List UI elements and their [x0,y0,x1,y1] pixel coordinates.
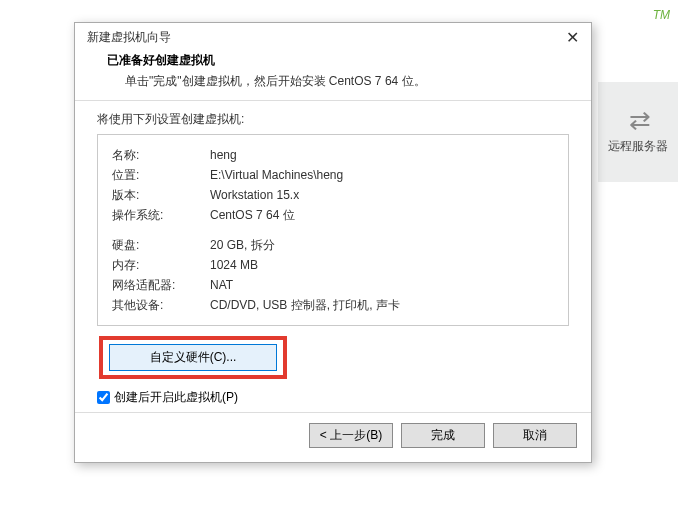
customize-hardware-button[interactable]: 自定义硬件(C)... [109,344,277,371]
cancel-button[interactable]: 取消 [493,423,577,448]
back-button[interactable]: < 上一步(B) [309,423,393,448]
memory-value: 1024 MB [210,255,258,275]
disk-label: 硬盘: [112,235,210,255]
network-value: NAT [210,275,233,295]
disk-value: 20 GB, 拆分 [210,235,275,255]
dialog-header: 已准备好创建虚拟机 单击"完成"创建虚拟机，然后开始安装 CentOS 7 64… [75,52,591,100]
use-settings-label: 将使用下列设置创建虚拟机: [97,111,569,128]
network-label: 网络适配器: [112,275,210,295]
titlebar: 新建虚拟机向导 ✕ [75,23,591,52]
header-subtitle: 单击"完成"创建虚拟机，然后开始安装 CentOS 7 64 位。 [107,73,577,90]
finish-button[interactable]: 完成 [401,423,485,448]
os-value: CentOS 7 64 位 [210,205,295,225]
new-vm-wizard-dialog: 新建虚拟机向导 ✕ 已准备好创建虚拟机 单击"完成"创建虚拟机，然后开始安装 C… [74,22,592,463]
tm-text: TM [653,8,670,22]
memory-label: 内存: [112,255,210,275]
os-label: 操作系统: [112,205,210,225]
settings-summary: 名称:heng 位置:E:\Virtual Machines\heng 版本:W… [97,134,569,326]
name-label: 名称: [112,145,210,165]
remote-server-label: 远程服务器 [608,138,668,155]
name-value: heng [210,145,237,165]
location-value: E:\Virtual Machines\heng [210,165,343,185]
location-label: 位置: [112,165,210,185]
other-value: CD/DVD, USB 控制器, 打印机, 声卡 [210,295,400,315]
window-title: 新建虚拟机向导 [87,29,171,46]
power-on-checkbox[interactable] [97,391,110,404]
connect-arrows-icon: ⇄ [629,110,648,130]
header-title: 已准备好创建虚拟机 [107,52,577,69]
customize-highlight: 自定义硬件(C)... [99,336,287,379]
version-label: 版本: [112,185,210,205]
close-icon[interactable]: ✕ [562,31,583,45]
other-label: 其他设备: [112,295,210,315]
version-value: Workstation 15.x [210,185,299,205]
power-on-label[interactable]: 创建后开启此虚拟机(P) [114,389,238,406]
dialog-footer: < 上一步(B) 完成 取消 [75,412,591,462]
remote-server-tile[interactable]: ⇄ 远程服务器 [598,82,678,182]
